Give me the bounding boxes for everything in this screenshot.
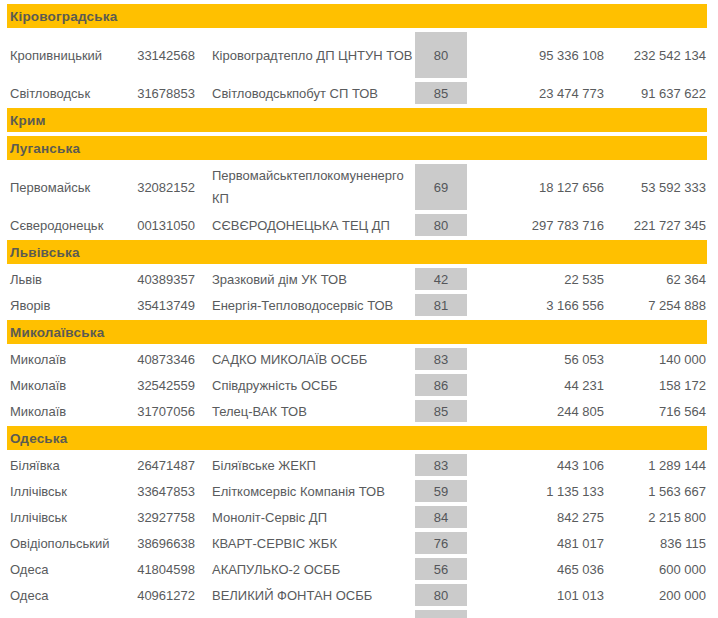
- value1-cell: 297 783 716: [467, 214, 607, 236]
- score-badge: 80: [415, 32, 467, 78]
- code-cell: 32542559: [132, 374, 202, 396]
- code-cell: 31707056: [132, 400, 202, 422]
- value1-cell: 842 275: [467, 506, 607, 528]
- value2-cell: 91 637 622: [607, 82, 707, 104]
- score-badge: 59: [415, 480, 467, 502]
- code-cell: 41804598: [132, 558, 202, 580]
- company-cell: Первомайськтеплокомуненерго КП: [202, 164, 415, 210]
- value1-cell: 95 336 108: [467, 32, 607, 78]
- value1-cell: 481 017: [467, 532, 607, 554]
- table-row: Біляївка26471487Біляївське ЖЕКП83443 106…: [7, 454, 707, 476]
- city-cell: Миколаїв: [7, 400, 132, 422]
- code-cell: 33142568: [132, 32, 202, 78]
- city-cell: Біляївка: [7, 454, 132, 476]
- score-badge: 42: [415, 268, 467, 290]
- score-badge: 69: [415, 164, 467, 210]
- city-cell: Іллічівськ: [7, 506, 132, 528]
- value1-cell: 18 127 656: [467, 164, 607, 210]
- section-header: Одеська: [7, 426, 707, 450]
- city-cell: Сєверодонецьк: [7, 214, 132, 236]
- section-row: Львівська: [7, 240, 707, 264]
- table-row: Миколаїв40873346САДКО МИКОЛАЇВ ОСББ8356 …: [7, 348, 707, 370]
- city-cell: Іллічівськ: [7, 480, 132, 502]
- value1-cell: 56 053: [467, 348, 607, 370]
- value2-cell: 716 564: [607, 400, 707, 422]
- value2-cell: 200 000: [607, 584, 707, 606]
- code-cell: 40873346: [132, 348, 202, 370]
- city-cell: Одеса: [7, 584, 132, 606]
- company-cell: Телец-ВАК ТОВ: [202, 400, 415, 422]
- city-cell: Львів: [7, 268, 132, 290]
- table-row: Овідіопольський38696638КВАРТ-СЕРВІС ЖБК7…: [7, 532, 707, 554]
- code-cell: 40961272: [132, 584, 202, 606]
- value2-cell: 158 172: [607, 374, 707, 396]
- table-row: Сєверодонецьк00131050СЄВЄРОДОНЕЦЬКА ТЕЦ …: [7, 214, 707, 236]
- company-cell: Еліткомсервіс Компанія ТОВ: [202, 480, 415, 502]
- code-cell: 26471487: [132, 454, 202, 476]
- table-row: Первомайськ32082152Первомайськтеплокомун…: [7, 164, 707, 210]
- code-cell: 32927758: [132, 506, 202, 528]
- code-cell: 38696638: [132, 532, 202, 554]
- value1-cell: 443 106: [467, 454, 607, 476]
- section-header: Луганська: [7, 136, 707, 160]
- partial-row: [7, 610, 707, 618]
- score-badge: 56: [415, 558, 467, 580]
- city-cell: [7, 610, 132, 618]
- section-row: Крим: [7, 108, 707, 132]
- value2-cell: 1 289 144: [607, 454, 707, 476]
- code-cell: 31678853: [132, 82, 202, 104]
- code-cell: [132, 610, 202, 618]
- score-badge: 85: [415, 82, 467, 104]
- score-badge: 86: [415, 374, 467, 396]
- company-cell: ВЕЛИКИЙ ФОНТАН ОСББ: [202, 584, 415, 606]
- company-cell: Біляївське ЖЕКП: [202, 454, 415, 476]
- value1-cell: 101 013: [467, 584, 607, 606]
- value2-cell: 2 215 800: [607, 506, 707, 528]
- value2-cell: 7 254 888: [607, 294, 707, 316]
- table-row: Одеса40961272ВЕЛИКИЙ ФОНТАН ОСББ80101 01…: [7, 584, 707, 606]
- table-row: Одеса41804598АКАПУЛЬКО-2 ОСББ56465 03660…: [7, 558, 707, 580]
- table-row: Миколаїв31707056Телец-ВАК ТОВ85244 80571…: [7, 400, 707, 422]
- value1-cell: [467, 610, 607, 618]
- value1-cell: 22 535: [467, 268, 607, 290]
- city-cell: Яворів: [7, 294, 132, 316]
- value2-cell: 1 563 667: [607, 480, 707, 502]
- score-badge: 83: [415, 454, 467, 476]
- company-cell: Моноліт-Сервіс ДП: [202, 506, 415, 528]
- report-table-view: КіровоградськаКропивницький33142568Кіров…: [0, 0, 718, 618]
- company-cell: Зразковий дім УК ТОВ: [202, 268, 415, 290]
- value2-cell: 232 542 134: [607, 32, 707, 78]
- company-cell: Енергія-Тепловодосервіс ТОВ: [202, 294, 415, 316]
- company-cell: САДКО МИКОЛАЇВ ОСББ: [202, 348, 415, 370]
- section-row: Одеська: [7, 426, 707, 450]
- table-row: Львів40389357Зразковий дім УК ТОВ4222 53…: [7, 268, 707, 290]
- table-row: Миколаїв32542559Співдружність ОСББ8644 2…: [7, 374, 707, 396]
- company-cell: [202, 610, 415, 618]
- value1-cell: 23 474 773: [467, 82, 607, 104]
- code-cell: 35413749: [132, 294, 202, 316]
- score-badge: 80: [415, 214, 467, 236]
- city-cell: Первомайськ: [7, 164, 132, 210]
- company-cell: Співдружність ОСББ: [202, 374, 415, 396]
- city-cell: Овідіопольський: [7, 532, 132, 554]
- section-header: Львівська: [7, 240, 707, 264]
- section-row: Кіровоградська: [7, 4, 707, 28]
- city-cell: Миколаїв: [7, 374, 132, 396]
- value2-cell: 53 592 333: [607, 164, 707, 210]
- heat-suppliers-table: КіровоградськаКропивницький33142568Кіров…: [7, 0, 707, 618]
- city-cell: Кропивницький: [7, 32, 132, 78]
- section-header: Крим: [7, 108, 707, 132]
- value1-cell: 1 135 133: [467, 480, 607, 502]
- section-header: Миколаївська: [7, 320, 707, 344]
- value1-cell: 244 805: [467, 400, 607, 422]
- company-cell: КВАРТ-СЕРВІС ЖБК: [202, 532, 415, 554]
- score-badge: [415, 610, 467, 618]
- value2-cell: 600 000: [607, 558, 707, 580]
- value2-cell: 62 364: [607, 268, 707, 290]
- value1-cell: 465 036: [467, 558, 607, 580]
- section-row: Луганська: [7, 136, 707, 160]
- table-row: Яворів35413749Енергія-Тепловодосервіс ТО…: [7, 294, 707, 316]
- code-cell: 40389357: [132, 268, 202, 290]
- table-row: Кропивницький33142568Кіровоградтепло ДП …: [7, 32, 707, 78]
- score-badge: 76: [415, 532, 467, 554]
